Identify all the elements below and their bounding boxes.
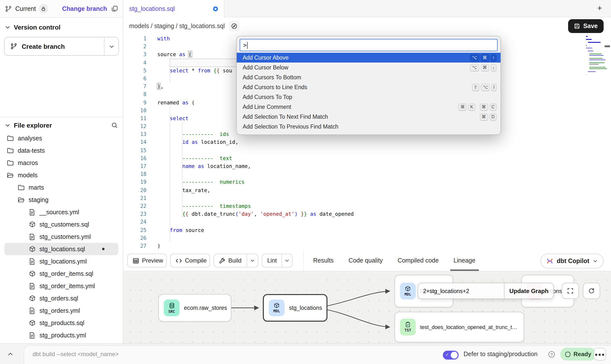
line-number: 16 bbox=[123, 154, 157, 162]
file-tree-item[interactable]: models bbox=[4, 169, 118, 181]
tab-code-quality[interactable]: Code quality bbox=[348, 257, 383, 264]
file-tree-item[interactable]: stg_products.sql bbox=[4, 317, 118, 329]
file-name: stg_locations.yml bbox=[39, 258, 87, 265]
file-tree-item[interactable]: macros bbox=[4, 157, 118, 169]
file-tree-item[interactable]: stg_customers.sql bbox=[4, 218, 118, 231]
line-number: 4 bbox=[123, 58, 157, 66]
fullscreen-button[interactable] bbox=[562, 283, 579, 299]
file-tree-item[interactable]: data-tests bbox=[4, 144, 118, 157]
file-name: data-tests bbox=[18, 147, 45, 154]
branch-icon bbox=[10, 43, 17, 50]
new-tab-button[interactable]: + bbox=[594, 3, 605, 14]
file-tree-item[interactable]: marts bbox=[4, 181, 118, 194]
shortcut-key: I bbox=[491, 83, 497, 91]
model-icon bbox=[28, 320, 36, 326]
folder-icon bbox=[6, 160, 14, 166]
search-icon[interactable] bbox=[111, 122, 118, 129]
compass-icon[interactable] bbox=[229, 20, 240, 31]
file-tree-item[interactable]: stg_orders.yml bbox=[4, 304, 118, 317]
palette-item[interactable]: Add Cursors to Line Ends⇧⌥I bbox=[237, 82, 501, 92]
lineage-node-test[interactable]: TST test_does_location_opened_at_trunc_t… bbox=[395, 312, 524, 342]
palette-item[interactable]: Add Selection To Next Find Match⌘D bbox=[237, 112, 501, 122]
create-branch-main[interactable]: Create branch bbox=[4, 37, 105, 55]
build-button[interactable]: Build bbox=[214, 254, 258, 267]
shortcut-key: ↑ bbox=[490, 54, 497, 61]
lineage-node-stg-locations[interactable]: MDL stg_locations bbox=[263, 294, 327, 322]
change-branch-link[interactable]: Change branch bbox=[62, 5, 107, 12]
preview-button[interactable]: Preview bbox=[127, 254, 167, 267]
file-icon bbox=[28, 332, 36, 339]
save-button[interactable]: Save bbox=[568, 19, 604, 33]
update-graph-button[interactable]: Update Graph bbox=[504, 283, 554, 299]
folder-icon bbox=[6, 135, 14, 141]
tab-lineage[interactable]: Lineage bbox=[453, 257, 475, 264]
chevron-up-icon[interactable] bbox=[6, 350, 15, 359]
file-tree-item[interactable]: analyses bbox=[4, 132, 118, 144]
command-palette: > Add Cursor Above⌥⌘↑Add Cursor Below⌥⌘↓… bbox=[236, 36, 501, 135]
node-label: ecom.raw_stores bbox=[184, 305, 227, 311]
file-name: stg_customers.yml bbox=[39, 233, 91, 240]
branch-icon bbox=[5, 5, 12, 12]
file-tree-item[interactable]: stg_locations.yml bbox=[4, 255, 118, 267]
tab-stg-locations[interactable]: stg_locations.sql bbox=[123, 0, 224, 17]
command-input[interactable]: dbt build --select <model_name> bbox=[33, 344, 119, 364]
build-dropdown[interactable] bbox=[246, 254, 258, 267]
file-tree-item[interactable]: stg_order_items.sql bbox=[4, 267, 118, 280]
refresh-button[interactable] bbox=[583, 283, 600, 299]
file-explorer-header[interactable]: File explorer bbox=[0, 117, 123, 132]
lineage-node-source[interactable]: SRC ecom.raw_stores bbox=[158, 294, 231, 322]
file-tree-item[interactable]: stg_locations.sql bbox=[4, 243, 118, 255]
lint-dropdown[interactable] bbox=[282, 254, 292, 267]
graph-selector: 2+stg_locations+2 Update Graph bbox=[418, 283, 554, 299]
create-branch-label: Create branch bbox=[22, 43, 65, 50]
palette-item[interactable]: Add Cursors To Top bbox=[237, 92, 501, 102]
graph-selector-input[interactable]: 2+stg_locations+2 bbox=[418, 283, 504, 299]
file-tree-item[interactable]: __sources.yml bbox=[4, 206, 118, 218]
shortcut-key: ⌘ bbox=[458, 103, 467, 111]
node-label: test_does_location_opened_at_trunc_t… bbox=[420, 324, 517, 330]
shortcut-key: C bbox=[489, 103, 497, 111]
defer-label: Defer to staging/production bbox=[464, 344, 538, 364]
palette-item[interactable]: Add Cursor Below⌥⌘↓ bbox=[237, 63, 501, 72]
copy-icon[interactable] bbox=[111, 5, 118, 12]
code-line: 18 bbox=[123, 170, 611, 178]
cube-icon bbox=[274, 302, 280, 308]
file-tree-item[interactable]: staging bbox=[4, 194, 118, 206]
clipboard-check-icon bbox=[405, 322, 411, 328]
defer-toggle[interactable]: ✓ bbox=[443, 351, 459, 360]
scrollbar-marker[interactable] bbox=[605, 45, 610, 47]
file-tree-item[interactable]: stg_orders.sql bbox=[4, 292, 118, 304]
lineage-panel[interactable]: SRC ecom.raw_stores MDL stg_locations bbox=[123, 271, 611, 343]
palette-item[interactable]: Add Cursor Above⌥⌘↑ bbox=[237, 53, 501, 63]
create-branch-dropdown[interactable] bbox=[105, 37, 118, 55]
more-options-button[interactable]: ●●● bbox=[594, 348, 606, 361]
file-tree-item[interactable]: stg_customers.yml bbox=[4, 231, 118, 243]
line-number: 3 bbox=[123, 50, 157, 58]
copilot-label: dbt Copilot bbox=[557, 258, 589, 265]
ready-status-badge: Ready bbox=[560, 348, 596, 361]
minimap[interactable] bbox=[586, 36, 605, 76]
line-number: 6 bbox=[123, 74, 157, 82]
create-branch-button[interactable]: Create branch bbox=[4, 37, 119, 56]
file-tree-item[interactable]: stg_products.yml bbox=[4, 329, 118, 341]
line-number: 14 bbox=[123, 138, 157, 146]
dbt-copilot-button[interactable]: dbt Copilot bbox=[540, 254, 604, 268]
code-line: 17 name as location_name, bbox=[123, 162, 611, 170]
compile-button[interactable]: Compile bbox=[170, 254, 210, 267]
branch-locked-badge bbox=[39, 4, 48, 13]
tab-compiled-code[interactable]: Compiled code bbox=[397, 257, 439, 264]
palette-input[interactable]: > bbox=[240, 39, 498, 51]
palette-item[interactable]: Add Cursors To Bottom bbox=[237, 72, 501, 82]
file-explorer-label: File explorer bbox=[14, 122, 52, 129]
file-tree-item[interactable]: stg_order_items.yml bbox=[4, 280, 118, 292]
file-name: stg_products.yml bbox=[39, 332, 86, 339]
line-number: 8 bbox=[123, 90, 157, 98]
tab-results[interactable]: Results bbox=[313, 257, 334, 264]
version-control-header[interactable]: Version control bbox=[0, 18, 123, 35]
help-icon[interactable]: ? bbox=[548, 351, 555, 358]
code-line: 26 bbox=[123, 234, 611, 242]
palette-item[interactable]: Add Selection To Previous Find Match bbox=[237, 122, 501, 132]
palette-item[interactable]: Add Line Comment⌘K⌘C bbox=[237, 102, 501, 112]
dbt-ide-app: Current Change branch Version control bbox=[0, 0, 611, 364]
lint-button[interactable]: Lint bbox=[262, 254, 292, 267]
